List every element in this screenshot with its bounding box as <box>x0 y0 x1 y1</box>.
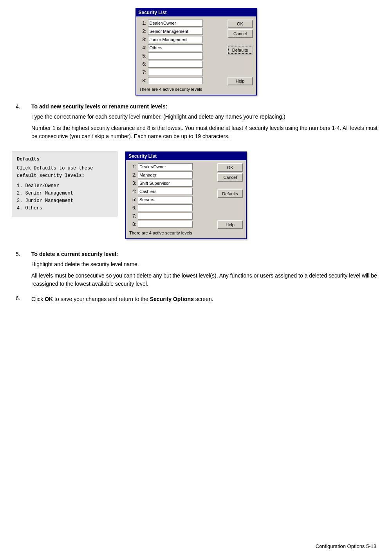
step4-content: To add new security levels or rename cur… <box>31 103 380 144</box>
dialog1-label-5: 5: <box>139 53 146 59</box>
step4-area: 4. To add new security levels or rename … <box>12 103 380 144</box>
dialog2-row-3: 3: <box>129 180 215 187</box>
dialog2-label-4: 4: <box>129 189 136 194</box>
dialog1-ok-button[interactable]: OK <box>228 20 253 28</box>
step5-area: 5. To delete a current security level: H… <box>12 251 380 291</box>
step6-content: Click OK to save your changes and return… <box>31 295 380 306</box>
dialog1-defaults-button[interactable]: Defaults <box>228 46 253 54</box>
dialog1-help-button[interactable]: Help <box>228 77 253 85</box>
dialog2-row-6: 6: <box>129 204 215 211</box>
dialog2-input-6[interactable] <box>138 204 193 211</box>
dialog2-label-1: 1: <box>129 164 136 169</box>
step6-text-before-ok: Click <box>31 296 45 302</box>
defaults-box-title: Defaults <box>17 156 112 163</box>
defaults-item-4: 4. Others <box>17 205 112 212</box>
step5-content: To delete a current security level: High… <box>31 251 380 291</box>
step4-para2: Number 1 is the highest security clearan… <box>31 124 380 141</box>
step6-security-bold: Security Options <box>150 296 194 302</box>
defaults-and-dialog2-section: Defaults Click Defaults to use these def… <box>12 151 380 239</box>
step4-para1: Type the correct name for each security … <box>31 113 380 121</box>
dialog1-rows-section: 1: 2: 3: <box>139 20 253 85</box>
dialog2-label-8: 8: <box>129 222 136 227</box>
dialog2-title: Security List <box>128 153 157 159</box>
dialog2-input-7[interactable] <box>138 213 193 220</box>
dialog2-defaults-button[interactable]: Defaults <box>217 189 243 198</box>
dialog1-input-8[interactable] <box>148 77 203 84</box>
dialog1-label-4: 4: <box>139 45 146 50</box>
dialog1-cancel-button[interactable]: Cancel <box>228 29 253 38</box>
page-content: Security List 1: 2: <box>0 0 392 318</box>
security-list-dialog-2: Security List 1: 2: <box>125 151 247 239</box>
dialog2-input-1[interactable] <box>138 163 193 170</box>
dialog1-buttons: OK Cancel Defaults Help <box>225 20 253 85</box>
dialog2-titlebar: Security List <box>126 152 246 160</box>
dialog2-label-5: 5: <box>129 197 136 202</box>
dialog1-input-2[interactable] <box>148 28 203 35</box>
dialog2-rows-left: 1: 2: 3: <box>129 163 215 229</box>
dialog2-label-2: 2: <box>129 172 136 178</box>
dialog1-input-1[interactable] <box>148 20 203 27</box>
step6-text-end: screen. <box>194 296 213 302</box>
dialog2-input-2[interactable] <box>138 171 193 178</box>
dialog1-label-7: 7: <box>139 70 146 75</box>
dialog1-label-2: 2: <box>139 29 146 34</box>
footer-text: Configuration Options 5-13 <box>316 543 376 549</box>
dialog1-titlebar: Security List <box>136 9 256 16</box>
dialog2-buttons: OK Cancel Defaults Help <box>215 163 243 229</box>
dialog2-row-8: 8: <box>129 221 215 228</box>
dialog2-body: 1: 2: 3: <box>126 160 246 238</box>
defaults-item-2: 2. Senior Management <box>17 190 112 197</box>
step6-number: 6. <box>12 295 31 306</box>
step6-ok-bold: OK <box>45 296 53 302</box>
step5-number: 5. <box>12 251 31 291</box>
dialog1-row-3: 3: <box>139 36 225 43</box>
dialog2-cancel-button[interactable]: Cancel <box>217 173 243 182</box>
defaults-box: Defaults Click Defaults to use these def… <box>12 151 117 216</box>
dialog2-ok-button[interactable]: OK <box>217 163 243 172</box>
dialog2-label-6: 6: <box>129 205 136 211</box>
dialog2-rows-section: 1: 2: 3: <box>129 163 243 229</box>
step6-area: 6. Click OK to save your changes and ret… <box>12 295 380 306</box>
dialog1-row-7: 7: <box>139 69 225 76</box>
dialog1-row-1: 1: <box>139 20 225 27</box>
dialog2-row-7: 7: <box>129 213 215 220</box>
dialog1-input-3[interactable] <box>148 36 203 43</box>
security-list-dialog-1: Security List 1: 2: <box>135 8 257 96</box>
dialog1-row-6: 6: <box>139 61 225 68</box>
dialog2-status: There are 4 active security levels <box>129 231 243 235</box>
dialog1-input-4[interactable] <box>148 44 203 51</box>
dialog2-label-7: 7: <box>129 213 136 219</box>
dialog2-input-8[interactable] <box>138 221 193 228</box>
dialog1-label-6: 6: <box>139 61 146 67</box>
dialog2-row-5: 5: <box>129 196 215 203</box>
step5-title: To delete a current security level: <box>31 251 380 257</box>
dialog1-title: Security List <box>139 10 167 15</box>
defaults-item-1: 1. Dealer/Owner <box>17 182 112 190</box>
dialog2-input-5[interactable] <box>138 196 193 203</box>
dialog1-label-8: 8: <box>139 78 146 83</box>
defaults-item-3: 3. Junior Management <box>17 197 112 205</box>
top-dialog-wrapper: Security List 1: 2: <box>12 8 380 96</box>
dialog2-input-4[interactable] <box>138 188 193 195</box>
dialog1-row-4: 4: <box>139 44 225 51</box>
dialog1-body: 1: 2: 3: <box>136 16 256 95</box>
step5-para2: All levels must be consecutive so you ca… <box>31 272 380 288</box>
dialog2-row-2: 2: <box>129 171 215 178</box>
dialog1-rows-left: 1: 2: 3: <box>139 20 225 85</box>
dialog1-input-6[interactable] <box>148 61 203 68</box>
dialog2-input-3[interactable] <box>138 180 193 187</box>
step6-text-after-ok: to save your changes and return to the <box>53 296 150 302</box>
dialog2-help-button[interactable]: Help <box>217 220 243 229</box>
dialog1-label-1: 1: <box>139 20 146 26</box>
page-footer: Configuration Options 5-13 <box>316 543 376 549</box>
dialog2-row-1: 1: <box>129 163 215 170</box>
step6-text: Click OK to save your changes and return… <box>31 295 380 303</box>
defaults-box-intro: Click Defaults to use these default secu… <box>17 165 112 180</box>
dialog2-row-4: 4: <box>129 188 215 195</box>
step4-number: 4. <box>12 103 31 144</box>
dialog1-input-5[interactable] <box>148 52 203 59</box>
dialog1-input-7[interactable] <box>148 69 203 76</box>
step4-title: To add new security levels or rename cur… <box>31 103 380 110</box>
dialog1-status: There are 4 active security levels <box>139 87 253 92</box>
dialog1-label-3: 3: <box>139 37 146 42</box>
